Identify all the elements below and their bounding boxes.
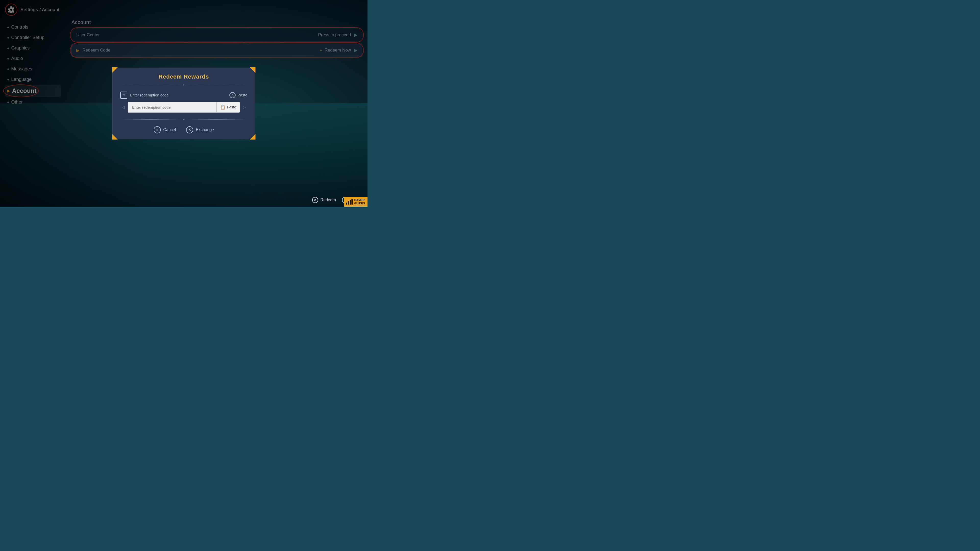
- gg-bars-icon: [346, 199, 353, 205]
- code-input-wrapper: 📋 Paste: [127, 102, 240, 113]
- corner-tr-decoration: [250, 67, 256, 73]
- redemption-label-text: Enter redemption code: [130, 93, 169, 97]
- paste-label-top: Paste: [238, 93, 247, 97]
- input-left-arrow-icon: ◁: [120, 105, 126, 109]
- modal-body: □ Enter redemption code △ Paste ◁ 📋: [113, 87, 255, 117]
- gg-bar-3: [350, 200, 351, 205]
- gg-line1: GAMER: [354, 198, 365, 202]
- paste-button-inline[interactable]: 📋 Paste: [216, 102, 240, 112]
- corner-bl-decoration: [112, 134, 118, 140]
- gamer-guides-badge: GAMER GUIDES: [344, 197, 368, 206]
- exchange-label: Exchange: [196, 127, 214, 132]
- gg-bar-2: [348, 201, 349, 205]
- modal-title: Redeem Rewards: [113, 68, 255, 82]
- main-container: Settings / Account ◆ Controls ◆ Controll…: [0, 0, 368, 206]
- redeem-hud-button[interactable]: ✕ Redeem: [312, 197, 336, 203]
- modal-overlay: Redeem Rewards ◆ □ Enter redemption code…: [0, 0, 368, 206]
- divider-line-left-b: [120, 119, 181, 120]
- svg-marker-3: [250, 134, 256, 140]
- svg-marker-1: [250, 67, 256, 73]
- cancel-button[interactable]: ○ Cancel: [154, 126, 176, 133]
- controller-icon: □: [120, 92, 127, 99]
- exchange-x-icon: ✕: [186, 126, 193, 133]
- input-row: ◁ 📋 Paste ▷: [120, 102, 247, 113]
- divider-diamond-icon: ◆: [183, 84, 185, 86]
- modal-bottom-divider: ◆: [113, 118, 255, 121]
- gg-bar-4: [352, 199, 353, 205]
- cancel-circle-icon: ○: [154, 126, 161, 133]
- svg-marker-2: [112, 134, 118, 140]
- corner-br-decoration: [250, 134, 256, 140]
- svg-marker-0: [112, 67, 118, 73]
- modal-top-divider: ◆: [113, 84, 255, 86]
- input-right-arrow-icon: ▷: [242, 105, 247, 109]
- modal-footer: ○ Cancel ✕ Exchange: [113, 122, 255, 139]
- divider-line-right-b: [186, 119, 247, 120]
- corner-tl-decoration: [112, 67, 118, 73]
- clipboard-icon: 📋: [220, 105, 225, 110]
- paste-inline-label: Paste: [227, 105, 236, 109]
- triangle-icon: △: [229, 92, 235, 98]
- divider-diamond-bottom-icon: ◆: [183, 118, 185, 121]
- redemption-label: □ Enter redemption code: [120, 92, 169, 99]
- redeem-rewards-modal: Redeem Rewards ◆ □ Enter redemption code…: [112, 68, 255, 139]
- cancel-label: Cancel: [163, 127, 176, 132]
- redeem-hud-label: Redeem: [320, 198, 336, 202]
- exchange-button[interactable]: ✕ Exchange: [186, 126, 214, 133]
- gg-line2: GUIDES: [354, 202, 365, 205]
- paste-button-top[interactable]: △ Paste: [229, 92, 247, 98]
- redemption-label-row: □ Enter redemption code △ Paste: [120, 92, 247, 99]
- redemption-code-input[interactable]: [128, 102, 216, 113]
- gg-bar-1: [346, 203, 347, 205]
- redeem-x-icon: ✕: [312, 197, 318, 203]
- gg-text: GAMER GUIDES: [354, 198, 365, 205]
